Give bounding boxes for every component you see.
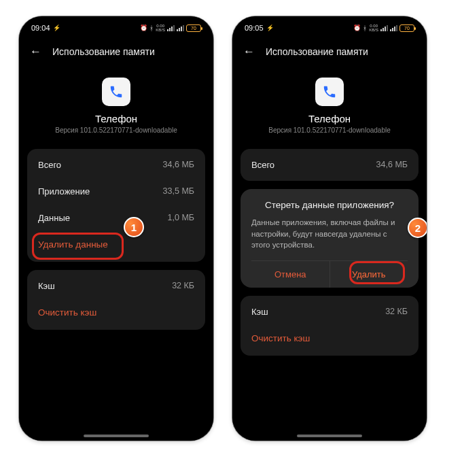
cache-card: Кэш 32 КБ Очистить кэш xyxy=(27,270,205,330)
wifi-icon xyxy=(167,25,175,31)
dialog-confirm-button[interactable]: Удалить xyxy=(330,261,408,288)
screen-1: 09:04 ⚡ ⏰ ᚼ 0.00 KB/S 70 ← Использование… xyxy=(19,16,213,441)
signal-icon xyxy=(177,25,184,31)
app-version: Версия 101.0.522170771-downloadable xyxy=(19,126,213,134)
cache-row: Кэш 32 КБ xyxy=(241,299,419,325)
cache-value: 32 КБ xyxy=(172,281,194,291)
cache-row: Кэш 32 КБ xyxy=(27,273,205,299)
total-value: 34,6 МБ xyxy=(163,160,194,170)
signal-icon xyxy=(390,25,397,31)
cache-value: 32 КБ xyxy=(385,307,408,317)
total-value: 34,6 МБ xyxy=(376,160,408,170)
clear-cache-button[interactable]: Очистить кэш xyxy=(241,325,419,353)
phone-icon xyxy=(322,84,337,99)
cache-label: Кэш xyxy=(251,307,268,317)
app-name: Телефон xyxy=(232,113,427,124)
step-badge-2: 2 xyxy=(408,218,427,238)
battery-icon: 70 xyxy=(186,24,201,32)
page-title: Использование памяти xyxy=(266,46,368,57)
clear-data-button[interactable]: Удалить данные xyxy=(27,231,205,259)
page-header: ← Использование памяти xyxy=(19,35,213,65)
step-badge-1: 1 xyxy=(124,217,144,237)
app-size-label: Приложение xyxy=(38,186,90,197)
status-bar: 09:04 ⚡ ⏰ ᚼ 0.00 KB/S 70 xyxy=(19,16,213,35)
total-label: Всего xyxy=(38,160,61,170)
dialog-cancel-button[interactable]: Отмена xyxy=(251,261,330,288)
battery-icon: 70 xyxy=(399,24,414,32)
alarm-icon: ⏰ xyxy=(353,24,361,31)
data-size-label: Данные xyxy=(38,213,70,223)
home-indicator[interactable] xyxy=(297,435,362,437)
status-notif-icon: ⚡ xyxy=(266,24,274,31)
app-info-block: Телефон Версия 101.0.522170771-downloada… xyxy=(19,65,213,141)
storage-card: Всего 34,6 МБ Приложение 33,5 МБ Данные … xyxy=(27,149,205,262)
app-info-block: Телефон Версия 101.0.522170771-downloada… xyxy=(232,65,427,141)
wifi-icon xyxy=(380,25,388,31)
status-bar: 09:05 ⚡ ⏰ ᚼ 0.00 KB/S 70 xyxy=(232,16,427,35)
confirm-dialog: Стереть данные приложения? Данные прилож… xyxy=(241,189,419,288)
storage-card: Всего 34,6 МБ xyxy=(241,149,419,181)
total-label: Всего xyxy=(251,160,274,170)
status-time: 09:04 xyxy=(31,24,50,32)
back-icon[interactable]: ← xyxy=(243,45,255,58)
data-size-value: 1,0 МБ xyxy=(168,213,194,223)
data-size-row: Данные 1,0 МБ xyxy=(27,205,205,231)
clear-cache-button[interactable]: Очистить кэш xyxy=(27,299,205,327)
dialog-title: Стереть данные приложения? xyxy=(251,200,408,210)
alarm-icon: ⏰ xyxy=(140,24,147,31)
status-time: 09:05 xyxy=(245,24,264,32)
status-notif-icon: ⚡ xyxy=(53,24,60,31)
home-indicator[interactable] xyxy=(84,435,149,437)
phone-frame-1: 09:04 ⚡ ⏰ ᚼ 0.00 KB/S 70 ← Использование… xyxy=(19,16,213,441)
phone-icon xyxy=(109,84,124,99)
page-title: Использование памяти xyxy=(52,46,155,57)
app-size-value: 33,5 МБ xyxy=(163,186,194,197)
app-name: Телефон xyxy=(19,113,213,124)
back-icon[interactable]: ← xyxy=(30,45,41,58)
bluetooth-icon: ᚼ xyxy=(149,24,154,32)
phone-frame-2: 09:05 ⚡ ⏰ ᚼ 0.00 KB/S 70 ← Использование… xyxy=(232,16,427,441)
app-icon xyxy=(315,78,344,106)
total-row: Всего 34,6 МБ xyxy=(27,152,205,178)
bluetooth-icon: ᚼ xyxy=(363,24,367,32)
app-icon xyxy=(102,78,130,106)
total-row: Всего 34,6 МБ xyxy=(241,152,419,178)
net-speed: 0.00 KB/S xyxy=(369,24,378,32)
cache-label: Кэш xyxy=(38,281,55,291)
screen-2: 09:05 ⚡ ⏰ ᚼ 0.00 KB/S 70 ← Использование… xyxy=(232,16,427,441)
page-header: ← Использование памяти xyxy=(232,35,427,65)
net-speed: 0.00 KB/S xyxy=(156,24,165,32)
app-version: Версия 101.0.522170771-downloadable xyxy=(232,126,427,134)
cache-card: Кэш 32 КБ Очистить кэш xyxy=(241,296,419,356)
app-size-row: Приложение 33,5 МБ xyxy=(27,178,205,205)
dialog-text: Данные приложения, включая файлы и настр… xyxy=(251,217,408,251)
